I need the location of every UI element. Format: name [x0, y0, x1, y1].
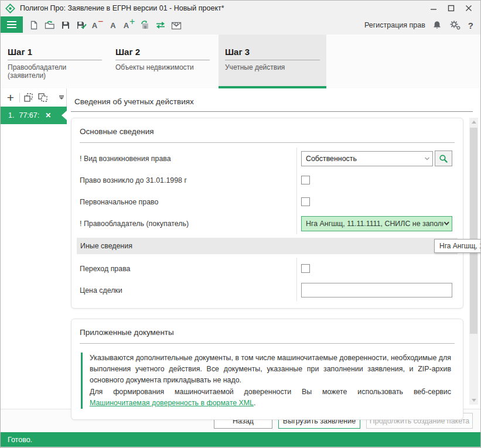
app-logo-icon: [5, 4, 15, 13]
note-text: .: [254, 399, 255, 407]
note-text: Для формирования машиночитаемой доверенн…: [90, 388, 451, 396]
app-window: Полигон Про: Заявление в ЕГРН версии 01 …: [0, 0, 481, 448]
step-title: Шаг 1: [8, 47, 102, 60]
transfer-of-right-checkbox[interactable]: [301, 264, 310, 273]
chevron-down-icon: [444, 221, 450, 226]
tab-step-1[interactable]: Шаг 1 Правообладатели (заявители): [8, 35, 102, 88]
field-row-before-1998: Право возникло до 31.01.1998 г: [71, 169, 463, 191]
open-project-icon[interactable]: [43, 19, 56, 32]
search-icon: [439, 154, 448, 163]
send-email-icon[interactable]: [170, 19, 183, 32]
plus-badge: +: [129, 16, 135, 27]
divider: [71, 111, 473, 112]
section-title: Основные сведения: [80, 127, 455, 136]
divider: [19, 93, 20, 102]
deal-price-input[interactable]: [301, 283, 452, 297]
font-decrease-icon[interactable]: A−: [91, 19, 104, 32]
hamburger-menu-button[interactable]: [1, 16, 23, 33]
item-close-icon[interactable]: ✕: [45, 111, 51, 119]
scroll-down-icon[interactable]: [469, 396, 478, 405]
step-tabs: Шаг 1 Правообладатели (заявители) Шаг 2 …: [1, 35, 480, 88]
field-label: Переход права: [80, 265, 296, 273]
active-item-notch: [62, 111, 67, 120]
copy-item-icon[interactable]: [23, 93, 34, 102]
sidebar-more-icon[interactable]: [59, 95, 64, 100]
step-subtitle: Объекты недвижимости: [115, 63, 210, 71]
right-holder-combobox[interactable]: Нга Ангшщ, 11.11.1111, СНИЛС не заполне: [301, 216, 452, 231]
divider: [80, 142, 455, 143]
field-label: ! Вид возникновения права: [80, 155, 296, 163]
window-title: Полигон Про: Заявление в ЕГРН версии 01 …: [20, 4, 429, 12]
settings-gears-icon[interactable]: [449, 19, 462, 32]
field-label: Право возникло до 31.01.1998 г: [80, 176, 296, 184]
chevron-down-icon: [424, 156, 430, 161]
save-icon[interactable]: [59, 19, 72, 32]
sidebar-toolbar: +: [1, 88, 67, 107]
add-item-icon[interactable]: +: [5, 93, 16, 103]
status-text: Готово.: [8, 436, 32, 444]
divider: [80, 343, 455, 344]
step-title: Шаг 3: [225, 47, 320, 60]
field-row-right-kind: ! Вид возникновения права Собственность: [71, 148, 463, 169]
vertical-scrollbar[interactable]: [469, 118, 478, 405]
tab-step-2[interactable]: Шаг 2 Объекты недвижимости: [115, 35, 210, 88]
main-toolbar: A− A A+ Регистрация прав: [1, 16, 480, 35]
transfer-icon[interactable]: [154, 19, 167, 32]
maximize-icon[interactable]: [446, 4, 456, 13]
font-reset-icon[interactable]: A: [107, 19, 120, 32]
field-label: Цена сделки: [80, 286, 296, 295]
mode-label: Регистрация прав: [364, 21, 425, 29]
right-kind-combobox[interactable]: Собственность: [301, 151, 433, 166]
font-increase-icon[interactable]: A+: [122, 19, 135, 32]
before-1998-checkbox[interactable]: [301, 176, 310, 184]
main-info-card: Основные сведения ! Вид возникновения пр…: [71, 118, 463, 309]
item-label: 77:67:: [19, 111, 39, 119]
page-title: Сведения об учетных действиях: [71, 97, 480, 106]
section-title: Приложенные документы: [80, 328, 455, 337]
item-index: 1.: [8, 111, 14, 119]
mchd-xml-link[interactable]: Машиночитаемая доверенность в формате XM…: [90, 399, 254, 407]
field-row-right-holder: ! Правообладатель (покупатель) Нга Ангшщ…: [71, 213, 463, 234]
field-row-initial-right: Первоначальное право: [71, 191, 463, 213]
field-label: ! Правообладатель (покупатель): [80, 220, 296, 228]
step-subtitle: Правообладатели (заявители): [8, 63, 102, 80]
documents-note: Указываются дополнительные документы, в …: [81, 353, 451, 409]
attached-documents-card: Приложенные документы Указываются дополн…: [71, 319, 463, 420]
step-title: Шаг 2: [115, 47, 210, 60]
note-text: Указываются дополнительные документы, в …: [90, 354, 451, 384]
duplicate-item-icon[interactable]: [37, 93, 48, 102]
objects-sidebar: + 1. 77:67: ✕: [1, 88, 67, 409]
subsection-other-info: Иные сведения: [77, 238, 458, 254]
minimize-icon[interactable]: [429, 4, 438, 13]
field-row-deal-price: Цена сделки: [71, 279, 463, 301]
field-label: Первоначальное право: [80, 198, 296, 206]
help-icon[interactable]: ?: [467, 20, 475, 30]
step-subtitle: Учетные действия: [225, 63, 320, 71]
scrollbar-thumb[interactable]: [470, 128, 477, 334]
search-right-kind-button[interactable]: [435, 151, 452, 166]
field-row-transfer-of-right: Переход права: [71, 258, 463, 279]
tab-step-3-active[interactable]: Шаг 3 Учетные действия: [219, 35, 326, 88]
minus-badge: −: [98, 16, 103, 27]
scroll-up-icon[interactable]: [469, 118, 478, 126]
sidebar-item-object-1[interactable]: 1. 77:67: ✕: [1, 107, 67, 124]
status-bar: Готово.: [1, 432, 480, 447]
right-holder-tooltip: Нга Ангшщ, 1: [434, 239, 481, 253]
close-icon[interactable]: [464, 4, 473, 13]
titlebar: Полигон Про: Заявление в ЕГРН версии 01 …: [1, 1, 480, 16]
main-panel: Сведения об учетных действиях Основные с…: [67, 88, 480, 409]
initial-right-checkbox[interactable]: [301, 197, 310, 206]
convert-icon[interactable]: [138, 19, 151, 32]
save-approve-icon[interactable]: [75, 19, 88, 32]
new-document-icon[interactable]: [28, 19, 40, 32]
notifications-bell-icon[interactable]: [431, 19, 444, 32]
